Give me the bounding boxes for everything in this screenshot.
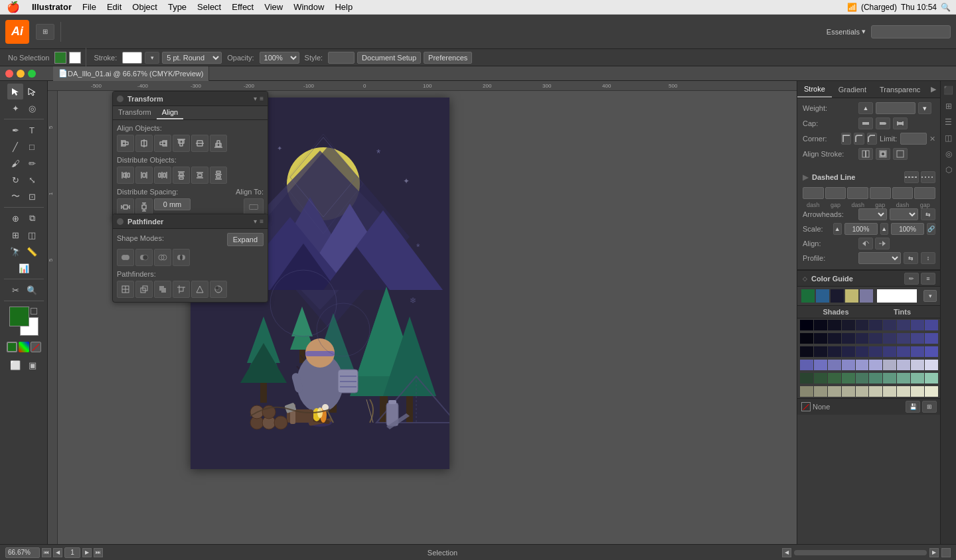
shade-2-1[interactable] [800,333,813,344]
trim-btn[interactable] [135,281,153,298]
maximize-btn[interactable] [28,70,36,78]
spotlight-search[interactable]: 🔍 [941,3,951,12]
dash-2[interactable] [847,187,868,199]
workspace-switcher[interactable]: ⊞ [36,24,54,40]
scale-input-2[interactable] [891,223,924,235]
fill-color-swatch[interactable] [54,52,66,64]
type-tool[interactable]: T [24,122,40,138]
rect-tool[interactable]: □ [24,139,40,155]
shade-3-8[interactable] [897,346,910,357]
shade-6-10[interactable] [925,386,938,397]
shade-3-7[interactable] [883,346,896,357]
shade-3-1[interactable] [800,346,813,357]
zoom-input[interactable] [5,547,40,558]
stroke-color-swatch[interactable] [69,52,81,64]
opacity-select[interactable]: 100% [260,52,299,64]
outline-btn[interactable] [191,281,208,298]
shade-1-3[interactable] [828,320,841,330]
merge-btn[interactable] [154,281,171,298]
dist-left-btn[interactable] [117,167,134,184]
screen-mode-btn[interactable]: ⬜ [7,357,23,373]
menu-file[interactable]: File [77,0,102,14]
gradient-swatch-btn[interactable] [19,342,29,352]
shade-5-5[interactable] [856,373,869,384]
mesh-tool[interactable]: ⊞ [7,227,23,243]
shade-5-9[interactable] [911,373,924,384]
shade-3-6[interactable] [869,346,882,357]
cap-butt-btn[interactable] [858,117,873,129]
limit-clear-btn[interactable]: ✕ [929,135,935,143]
dash-1[interactable] [803,187,824,199]
cg-panel-btn[interactable]: ⊞ [922,401,937,413]
zoom-tool[interactable]: 🔍 [24,282,40,298]
doc-tab-main[interactable]: 📄 DA_Illo_01.ai @ 66.67% (CMYK/Preview) [53,66,209,81]
scroll-left-btn[interactable]: ◀ [782,548,791,557]
shade-5-2[interactable] [814,373,827,384]
align-left-btn[interactable] [117,135,134,152]
cg-save-btn[interactable]: 💾 [906,401,920,413]
corner-round-btn[interactable] [854,133,864,145]
weight-up-btn[interactable]: ▲ [858,102,873,114]
exclude-btn[interactable] [173,249,190,266]
align-top-btn[interactable] [173,135,190,152]
magic-wand-tool[interactable]: ✦ [7,100,23,116]
direct-selection-tool[interactable] [24,84,40,100]
perspective-tool[interactable]: ⧉ [24,210,40,226]
align-stroke-inside-btn[interactable] [876,148,890,160]
menu-help[interactable]: Help [329,0,358,14]
rotate-tool[interactable]: ↻ [7,172,23,188]
shade-2-2[interactable] [814,333,827,344]
shade-3-3[interactable] [828,346,841,357]
preferences-btn[interactable]: Preferences [424,52,472,64]
cg-active-swatch[interactable] [877,289,917,303]
shade-4-3[interactable] [828,360,841,370]
right-panel-icon-5[interactable]: ◎ [942,147,955,161]
shade-5-4[interactable] [842,373,855,384]
gap-1[interactable] [825,187,846,199]
flip-profile-btn[interactable]: ⇆ [904,252,918,264]
dist-right-btn[interactable] [154,167,171,184]
shade-2-10[interactable] [925,333,938,344]
shade-1-6[interactable] [869,320,882,330]
eyedropper-tool[interactable]: 🔭 [7,244,23,259]
shade-6-2[interactable] [814,386,827,397]
shade-2-7[interactable] [883,333,896,344]
align-center-v-btn[interactable] [191,135,208,152]
pathfinder-menu[interactable]: ≡ [260,218,264,225]
nav-next-btn[interactable]: ▶ [82,548,92,557]
chart-tool[interactable]: 📊 [16,260,32,276]
selection-tool[interactable] [7,84,23,100]
shade-5-6[interactable] [869,373,882,384]
pathfinder-close[interactable] [117,218,123,225]
apple-menu[interactable]: 🍎 [7,1,20,13]
menu-effect[interactable]: Effect [226,0,259,14]
line-tool[interactable]: ╱ [7,139,23,155]
dist-top-btn[interactable] [173,167,190,184]
doc-setup-btn[interactable]: Document Setup [357,52,421,64]
align-bottom-btn[interactable] [210,135,227,152]
shade-4-8[interactable] [897,360,910,370]
shade-6-6[interactable] [869,386,882,397]
pathfinder-collapse[interactable]: ▾ [254,218,257,225]
shade-1-7[interactable] [883,320,896,330]
shade-1-10[interactable] [925,320,938,330]
color-btn[interactable] [7,342,17,352]
menu-edit[interactable]: Edit [102,0,127,14]
horizontal-scrollbar[interactable] [794,550,927,555]
shade-6-7[interactable] [883,386,896,397]
shade-3-4[interactable] [842,346,855,357]
none-btn[interactable] [31,342,41,352]
right-panel-icon-6[interactable]: ⬡ [942,163,955,176]
scale-up-btn-2[interactable]: ▲ [880,223,889,235]
canvas-viewport[interactable]: * ✦ * ✦ ✦ * ✦ [58,91,797,544]
shade-4-9[interactable] [911,360,924,370]
presentation-mode-btn[interactable]: ▣ [25,357,40,373]
pen-tool[interactable]: ✒ [7,122,23,138]
gap-2[interactable] [870,187,891,199]
shade-4-6[interactable] [869,360,882,370]
align-stroke-center-btn[interactable] [858,148,873,160]
shade-4-5[interactable] [856,360,869,370]
shade-5-8[interactable] [897,373,910,384]
nav-last-btn[interactable]: ⏭ [94,548,103,557]
align-end-btn[interactable] [875,238,890,249]
